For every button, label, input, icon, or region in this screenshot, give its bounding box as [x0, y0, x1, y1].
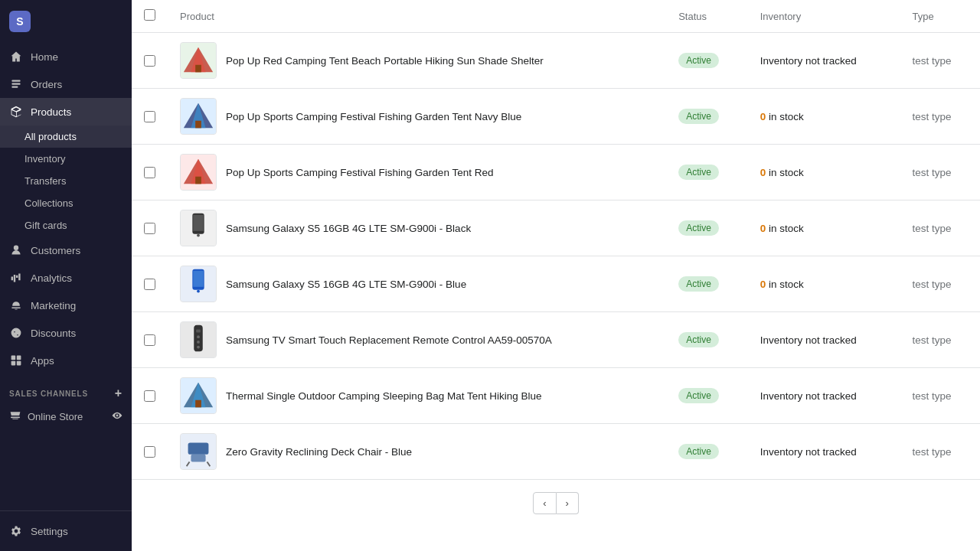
svg-point-26: [197, 346, 200, 349]
sidebar-item-marketing[interactable]: Marketing: [0, 292, 132, 319]
table-row: Thermal Single Outdoor Camping Sleeping …: [132, 368, 980, 424]
status-badge: Active: [678, 220, 719, 236]
svg-rect-12: [195, 121, 201, 129]
sidebar-subitem-all-products[interactable]: All products: [0, 126, 132, 148]
row-checkbox[interactable]: [144, 446, 155, 458]
apps-icon: [9, 354, 23, 367]
row-checkbox-cell: [132, 33, 168, 89]
svg-rect-9: [195, 65, 201, 73]
next-page-button[interactable]: ›: [557, 492, 579, 514]
svg-rect-20: [193, 271, 203, 287]
row-checkbox-cell: [132, 89, 168, 145]
status-cell: Active: [666, 89, 748, 145]
status-badge: Active: [678, 332, 719, 347]
svg-rect-2: [11, 86, 18, 87]
type-cell: test type: [900, 201, 980, 256]
inventory-cell: Inventory not tracked: [748, 424, 900, 480]
sidebar-item-orders[interactable]: Orders: [0, 70, 132, 98]
row-checkbox[interactable]: [144, 55, 155, 67]
row-checkbox[interactable]: [144, 111, 155, 122]
product-name[interactable]: Samsung TV Smart Touch Replacement Remot…: [226, 334, 552, 346]
status-cell: Active: [666, 256, 748, 312]
svg-rect-30: [188, 443, 209, 455]
product-name[interactable]: Thermal Single Outdoor Camping Sleeping …: [226, 390, 541, 402]
inventory-cell: Inventory not tracked: [748, 312, 900, 368]
svg-rect-31: [191, 455, 205, 462]
product-column-header: Product: [168, 0, 666, 33]
row-checkbox[interactable]: [144, 390, 155, 402]
row-checkbox[interactable]: [144, 167, 155, 178]
table-row: Samsung TV Smart Touch Replacement Remot…: [132, 312, 980, 368]
svg-rect-15: [195, 177, 201, 184]
pagination: ‹ ›: [132, 480, 980, 527]
sidebar-item-customers[interactable]: Customers: [0, 236, 132, 264]
type-cell: test type: [900, 89, 980, 145]
products-icon: [9, 105, 23, 119]
product-type: test type: [913, 55, 952, 67]
prev-page-button[interactable]: ‹: [533, 492, 556, 514]
row-checkbox-cell: [132, 201, 168, 256]
row-checkbox-cell: [132, 368, 168, 424]
table-row: Pop Up Sports Camping Festival Fishing G…: [132, 145, 980, 201]
sidebar-item-analytics[interactable]: Analytics: [0, 264, 132, 292]
product-cell: Samsung TV Smart Touch Replacement Remot…: [168, 312, 666, 368]
svg-line-33: [207, 461, 211, 466]
product-thumbnail: [180, 433, 217, 470]
analytics-icon: [9, 271, 23, 285]
product-type: test type: [913, 390, 952, 402]
settings-icon: [9, 524, 23, 538]
svg-point-18: [197, 234, 200, 237]
sidebar-item-settings[interactable]: Settings: [0, 517, 132, 545]
inventory-value: Inventory not tracked: [760, 446, 857, 458]
sidebar-subitem-inventory[interactable]: Inventory: [0, 148, 132, 170]
sidebar-item-apps[interactable]: Apps: [0, 347, 132, 374]
inventory-value: Inventory not tracked: [760, 334, 857, 346]
type-column-header: Type: [900, 0, 980, 33]
home-icon: [9, 50, 23, 64]
add-sales-channel-button[interactable]: +: [115, 386, 122, 400]
sidebar-subitem-gift-cards[interactable]: Gift cards: [0, 214, 132, 236]
svg-rect-6: [17, 361, 21, 366]
status-column-header: Status: [666, 0, 748, 33]
eye-icon[interactable]: [112, 410, 122, 423]
inventory-cell: Inventory not tracked: [748, 368, 900, 424]
status-badge: Active: [678, 444, 719, 459]
product-type: test type: [913, 167, 952, 178]
customers-icon: [9, 243, 23, 257]
product-name[interactable]: Samsung Galaxy S5 16GB 4G LTE SM-G900i -…: [226, 223, 471, 234]
product-name[interactable]: Pop Up Sports Camping Festival Fishing G…: [226, 111, 521, 122]
select-all-checkbox[interactable]: [144, 9, 155, 21]
row-checkbox-cell: [132, 312, 168, 368]
status-cell: Active: [666, 312, 748, 368]
sidebar-subitem-collections[interactable]: Collections: [0, 192, 132, 214]
sidebar-item-products[interactable]: Products: [0, 98, 132, 126]
sidebar-item-online-store[interactable]: Online Store: [0, 403, 132, 430]
table-row: Samsung Galaxy S5 16GB 4G LTE SM-G900i -…: [132, 256, 980, 312]
status-badge: Active: [678, 165, 719, 180]
product-cell: Pop Up Red Camping Tent Beach Portable H…: [168, 33, 666, 89]
svg-point-25: [197, 341, 200, 344]
product-name[interactable]: Zero Gravity Reclining Deck Chair - Blue: [226, 446, 412, 458]
inventory-cell: 0 in stock: [748, 256, 900, 312]
type-cell: test type: [900, 368, 980, 424]
product-name[interactable]: Samsung Galaxy S5 16GB 4G LTE SM-G900i -…: [226, 279, 466, 290]
product-type: test type: [913, 279, 952, 290]
type-cell: test type: [900, 145, 980, 201]
product-cell: Thermal Single Outdoor Camping Sleeping …: [168, 368, 666, 424]
product-name[interactable]: Pop Up Red Camping Tent Beach Portable H…: [226, 55, 544, 67]
product-cell: Zero Gravity Reclining Deck Chair - Blue: [168, 424, 666, 480]
sidebar-subitem-transfers[interactable]: Transfers: [0, 170, 132, 192]
status-badge: Active: [678, 109, 719, 124]
row-checkbox[interactable]: [144, 334, 155, 346]
sidebar-item-home[interactable]: Home: [0, 43, 132, 70]
discounts-icon: [9, 326, 23, 340]
product-type: test type: [913, 334, 952, 346]
product-type: test type: [913, 111, 952, 122]
inventory-value: Inventory not tracked: [760, 390, 857, 402]
row-checkbox[interactable]: [144, 223, 155, 234]
sidebar-item-discounts[interactable]: Discounts: [0, 319, 132, 347]
product-name[interactable]: Pop Up Sports Camping Festival Fishing G…: [226, 167, 493, 178]
status-badge: Active: [678, 276, 719, 292]
svg-rect-23: [196, 330, 201, 333]
row-checkbox[interactable]: [144, 279, 155, 290]
